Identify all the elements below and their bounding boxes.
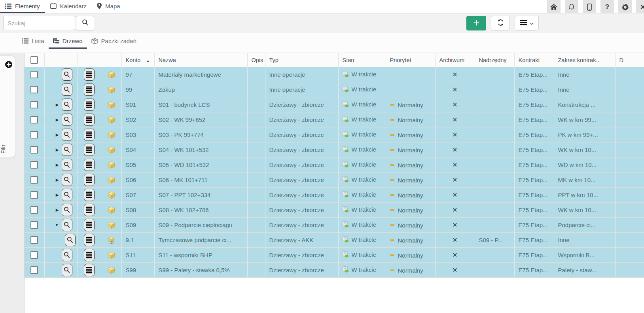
col-header-kontrakt[interactable]: Kontrakt — [514, 53, 554, 67]
col-header-priorytet[interactable]: Priorytet — [386, 53, 435, 67]
row-zoom-button[interactable] — [62, 99, 72, 111]
col-header-nadrzedny[interactable]: Nadrzędny — [475, 53, 514, 67]
bell-button[interactable] — [565, 0, 578, 14]
help-button[interactable]: ? — [600, 0, 614, 14]
table-row[interactable]: ▶S05S05 - WD 101+532Dzierżawy - zbiorcze… — [25, 157, 644, 173]
row-zoom-button[interactable] — [62, 129, 72, 141]
expand-caret-right-icon[interactable]: ▶ — [56, 148, 59, 152]
row-zoom-button[interactable] — [62, 204, 72, 216]
col-header-archiwum[interactable]: Archiwum — [435, 53, 475, 67]
row-zoom-button[interactable] — [62, 68, 72, 81]
table-row[interactable]: 9.1Tymczasowe podparcie ci...Dzierżawy -… — [25, 233, 644, 248]
search-input[interactable] — [3, 16, 75, 30]
table-row[interactable]: ▶S04S04 - WK 101+532Dzierżawy - zbiorcze… — [25, 142, 644, 157]
row-checkbox[interactable] — [30, 131, 38, 138]
col-header-opis[interactable]: Opis — [247, 53, 265, 67]
select-all-checkbox[interactable] — [30, 56, 38, 64]
table-row[interactable]: 97Materiały marketingoweInne operacjeW t… — [25, 67, 644, 82]
row-menu-button[interactable] — [84, 83, 95, 96]
row-zoom-button[interactable] — [62, 189, 72, 201]
table-row[interactable]: ▼S09S09 - Podparcie ciepłociąguDzierżawy… — [25, 218, 644, 233]
row-checkbox[interactable] — [30, 251, 38, 259]
row-zoom-button[interactable] — [65, 234, 76, 246]
cell-archiwum: ✕ — [435, 97, 475, 112]
row-checkbox[interactable] — [30, 221, 38, 229]
row-zoom-button[interactable] — [62, 159, 72, 171]
refresh-button[interactable] — [491, 16, 510, 30]
row-checkbox[interactable] — [30, 176, 38, 184]
row-checkbox[interactable] — [30, 86, 38, 93]
cube-icon — [108, 161, 115, 169]
row-checkbox[interactable] — [30, 101, 38, 108]
col-header-last[interactable]: D — [615, 53, 644, 67]
row-menu-button[interactable] — [84, 249, 95, 261]
row-menu-button[interactable] — [84, 174, 95, 186]
table-row[interactable]: ▶S06S06 - MK 101+711Dzierżawy - zbiorcze… — [25, 173, 644, 188]
table-row[interactable]: ▶S02S02 - WK 99+652Dzierżawy - zbiorczeW… — [25, 112, 644, 127]
row-zoom-button[interactable] — [62, 249, 72, 261]
row-menu-button[interactable] — [84, 219, 95, 231]
row-zoom-button[interactable] — [62, 83, 72, 96]
close-button[interactable]: ✕ — [636, 0, 644, 14]
table-row[interactable]: ▶S07S07 - PPT 102+334Dzierżawy - zbiorcz… — [25, 188, 644, 203]
expand-caret-right-icon[interactable]: ▶ — [56, 118, 59, 122]
expand-caret-right-icon[interactable]: ▶ — [56, 102, 59, 107]
row-menu-button[interactable] — [84, 159, 95, 171]
row-menu-button[interactable] — [84, 189, 95, 201]
expand-caret-right-icon[interactable]: ▶ — [56, 178, 59, 182]
table-row[interactable]: ▶S08S08 - WK 102+786Dzierżawy - zbiorcze… — [25, 203, 644, 218]
filter-panel[interactable]: Filtr — [0, 55, 16, 158]
row-checkbox[interactable] — [30, 266, 38, 274]
col-header-konto[interactable]: Konto▲ — [121, 53, 154, 67]
row-menu-button[interactable] — [84, 129, 95, 141]
table-row[interactable]: S99S99 - Palety - stawka 0,5%Dzierżawy -… — [25, 263, 644, 278]
row-menu-button[interactable] — [84, 204, 95, 216]
view-tab-drzewo[interactable]: Drzewo — [49, 34, 87, 49]
table-row[interactable]: S11S11 - wsporniki BHPDzierżawy - zbiorc… — [25, 248, 644, 263]
home-button[interactable] — [547, 0, 561, 14]
row-checkbox[interactable] — [30, 146, 38, 154]
add-filter-icon[interactable] — [5, 61, 13, 70]
expand-caret-right-icon[interactable]: ▶ — [56, 163, 59, 167]
row-checkbox[interactable] — [30, 191, 38, 199]
row-zoom-button[interactable] — [62, 114, 72, 126]
search-button[interactable] — [76, 16, 94, 30]
gear-button[interactable] — [618, 0, 632, 14]
row-checkbox[interactable] — [30, 71, 38, 78]
expand-caret-right-icon[interactable]: ▶ — [56, 133, 59, 137]
row-zoom-button[interactable] — [62, 219, 72, 231]
row-menu-button[interactable] — [84, 68, 95, 81]
view-tab-paczki-zadań[interactable]: Paczki zadań — [87, 34, 141, 49]
row-menu-button[interactable] — [84, 114, 95, 126]
mobile-button[interactable] — [583, 0, 596, 14]
row-checkbox[interactable] — [30, 161, 38, 169]
row-zoom-button[interactable] — [62, 174, 72, 186]
expand-caret-right-icon[interactable]: ▶ — [56, 208, 59, 212]
cell-nadrzedny — [475, 173, 514, 188]
row-menu-button[interactable] — [84, 99, 95, 111]
view-tab-lista[interactable]: Lista — [18, 34, 49, 49]
row-zoom-button[interactable] — [62, 264, 72, 276]
table-row[interactable]: ▶S01S01 - budynek LCSDzierżawy - zbiorcz… — [25, 97, 644, 112]
row-menu-button[interactable] — [84, 234, 95, 246]
row-zoom-button[interactable] — [62, 144, 72, 156]
menu-dropdown-button[interactable] — [515, 16, 539, 30]
row-checkbox[interactable] — [30, 116, 38, 123]
col-header-stan[interactable]: Stan — [338, 53, 386, 67]
expand-caret-down-icon[interactable]: ▼ — [55, 223, 59, 227]
row-menu-button[interactable] — [84, 264, 95, 276]
row-menu-button[interactable] — [84, 144, 95, 156]
col-header-nazwa[interactable]: Nazwa — [154, 53, 247, 67]
expand-caret-right-icon[interactable]: ▶ — [56, 193, 59, 197]
table-row[interactable]: 99ZakupInne operacjeW trakcie✕E75 Etap..… — [25, 82, 644, 97]
table-row[interactable]: ▶S03S03 - PK 99+774Dzierżawy - zbiorczeW… — [25, 127, 644, 142]
row-checkbox[interactable] — [30, 236, 38, 244]
main-tab-mapa[interactable]: Mapa — [92, 0, 125, 13]
main-tab-kalendarz[interactable]: Kalendarz — [45, 0, 92, 13]
col-header-typ[interactable]: Typ — [265, 53, 338, 67]
priority-normal-icon — [390, 269, 394, 271]
main-tab-elementy[interactable]: Elementy — [0, 0, 45, 13]
add-button[interactable] — [466, 16, 486, 30]
row-checkbox[interactable] — [30, 206, 38, 214]
col-header-zakres[interactable]: Zakres kontrak... — [554, 53, 615, 67]
